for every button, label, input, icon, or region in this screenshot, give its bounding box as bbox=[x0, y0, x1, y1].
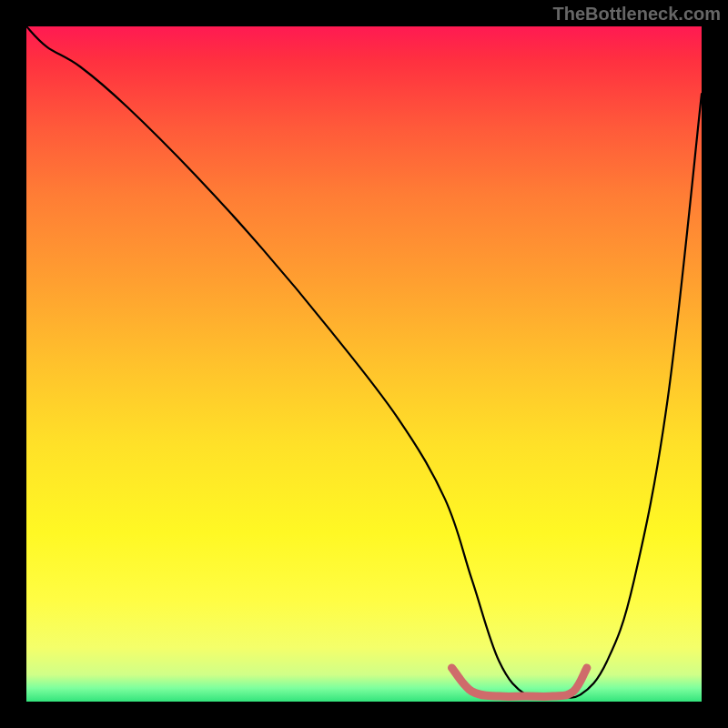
watermark-text: TheBottleneck.com bbox=[553, 4, 721, 25]
chart-gradient-background bbox=[26, 26, 702, 702]
chart-frame: TheBottleneck.com bbox=[0, 0, 728, 728]
